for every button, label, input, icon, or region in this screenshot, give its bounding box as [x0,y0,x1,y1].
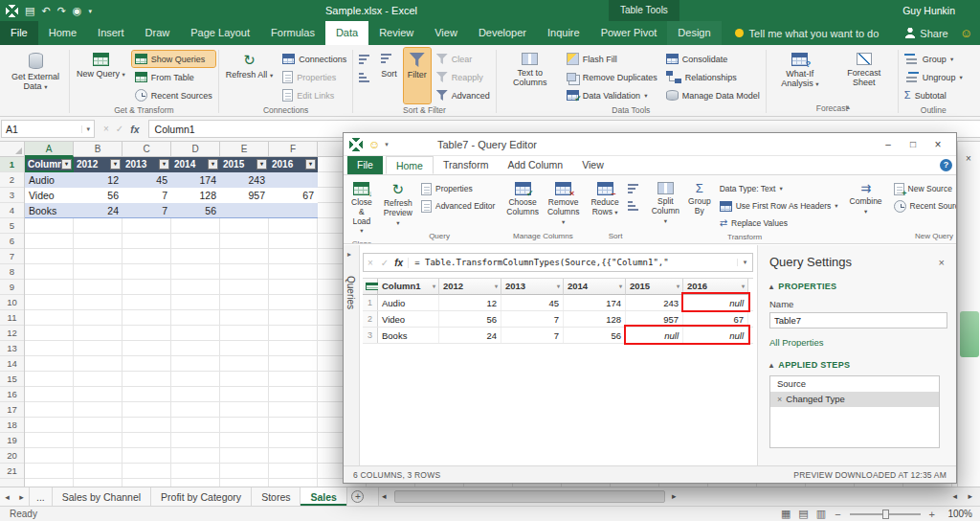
sheet-tab-sales[interactable]: Sales [301,487,346,506]
preview-cell[interactable]: 24 [439,328,501,343]
table-row[interactable]: Audio1245174243 [25,172,318,188]
table-cell[interactable]: 67 [269,188,318,203]
signed-in-user[interactable]: Guy Hunkin [902,5,955,16]
row-header[interactable]: 5 [0,218,24,234]
preview-header-cell[interactable]: 2014▾ [564,279,626,295]
filter-dropdown-icon[interactable]: ▾ [305,159,316,170]
show-queries-button[interactable]: Show Queries [132,51,215,67]
sheet-nav-left-icon[interactable]: ◂ [0,487,14,506]
table-cell[interactable]: 45 [122,172,171,188]
preview-header-cell[interactable]: Column1▾ [378,279,439,295]
tab-insert[interactable]: Insert [87,21,135,45]
properties-section-header[interactable]: ▴ PROPERTIES [769,282,945,291]
sort-z-to-a-button[interactable] [356,69,374,85]
preview-corner-cell[interactable] [363,279,378,295]
tab-review[interactable]: Review [368,21,424,45]
table-header-cell[interactable]: 2014▾ [171,157,220,172]
preview-grid[interactable]: Column1▾2012▾2013▾2014▾2015▾2016▾ 1Audio… [363,278,753,465]
redo-icon[interactable]: ↷ [57,6,66,16]
preview-cell[interactable]: 7 [501,311,564,327]
applied-step-source[interactable]: Source [770,376,939,392]
normal-view-icon[interactable]: ▦ [781,508,791,520]
table-header-cell[interactable]: 2013▾ [122,157,171,172]
filter-dropdown-icon[interactable]: ▾ [256,159,267,170]
filter-button[interactable]: Filter [404,48,431,103]
column-header[interactable]: C [122,142,171,157]
zoom-slider-thumb[interactable] [882,510,889,519]
get-external-data-button[interactable]: Get External Data ▾ [5,48,66,111]
page-layout-view-icon[interactable]: ▤ [798,508,808,520]
table-cell[interactable]: 12 [74,172,122,188]
table-cell[interactable]: 128 [171,188,220,203]
preview-cell[interactable]: 67 [683,311,748,327]
horizontal-scrollbar[interactable]: ◂ ▸ ◂ ▸ [378,487,980,506]
row-header[interactable]: 16 [0,387,24,402]
tell-me-box[interactable]: Tell me what you want to do [735,21,880,45]
close-and-load-button[interactable]: ↓ Close & Load ▾ [348,178,375,238]
preview-cell[interactable]: 56 [439,311,501,327]
close-pane-icon[interactable]: × [939,257,945,268]
tab-page-layout[interactable]: Page Layout [180,21,260,45]
preview-cell[interactable]: Books [378,328,439,343]
table-cell[interactable]: 56 [74,188,122,203]
tab-inquire[interactable]: Inquire [537,21,590,45]
applied-steps-section-header[interactable]: ▴ APPLIED STEPS [769,360,945,370]
forecast-sheet-button[interactable]: Forecast Sheet [834,48,895,102]
preview-header-cell[interactable]: 2016▾ [683,279,748,295]
table-cell[interactable]: 957 [220,188,269,203]
row-header[interactable]: 12 [0,326,24,341]
zoom-out-icon[interactable]: − [835,509,840,520]
table-cell[interactable]: 7 [122,188,171,203]
table-cell[interactable]: Books [25,203,74,217]
row-header[interactable]: 21 [0,464,24,479]
filter-dropdown-icon[interactable]: ▾ [433,279,435,294]
new-source-button[interactable]: + New Source ▾ [891,181,956,196]
preview-row[interactable]: 3Books24756nullnull [363,328,753,344]
pq-formula-text[interactable]: = Table.TransformColumnTypes(Source,{{"C… [409,258,737,267]
row-header[interactable]: 19 [0,433,24,448]
table-cell[interactable]: Audio [25,172,74,188]
row-header[interactable]: 3 [0,188,24,203]
preview-cell[interactable]: Video [378,311,439,327]
smiley-icon[interactable]: ☺ [368,138,380,151]
row-header[interactable]: 17 [0,402,24,418]
preview-cell[interactable]: Audio [378,295,439,310]
row-header[interactable]: 18 [0,418,24,433]
edit-links-button[interactable]: Edit Links [279,87,349,103]
manage-data-model-button[interactable]: Manage Data Model [663,87,763,103]
flash-fill-button[interactable]: Flash Fill [564,51,660,67]
pq-formula-bar[interactable]: × ✓ fx = Table.TransformColumnTypes(Sour… [363,253,753,272]
sort-a-to-z-button[interactable] [356,51,374,67]
scroll-left-icon[interactable]: ◂ [952,487,957,506]
pq-tab-transform[interactable]: Transform [434,156,498,174]
sheet-tab-overflow[interactable]: ... [29,487,53,506]
row-header[interactable]: 7 [0,249,24,264]
help-icon[interactable]: ? [940,159,952,171]
consolidate-button[interactable]: Consolidate [663,51,763,67]
chevron-down-icon[interactable]: ▾ [81,125,90,133]
column-header[interactable]: F [269,142,318,157]
pq-properties-button[interactable]: Properties [418,181,498,196]
preview-cell[interactable]: 174 [564,295,626,310]
column-header[interactable]: B [74,142,122,157]
sort-button[interactable]: Sort [377,48,401,103]
enter-icon[interactable]: ✓ [377,258,392,268]
expand-formula-icon[interactable]: ▾ [737,259,752,266]
column-header[interactable]: A [25,142,74,157]
reduce-rows-button[interactable]: – Reduce Rows ▾ [588,178,621,230]
refresh-all-button[interactable]: ↻ Refresh All ▾ [222,48,277,103]
table-cell[interactable]: 243 [220,172,269,188]
page-break-view-icon[interactable]: ▥ [816,508,826,520]
group-button[interactable]: Group ▾ [902,51,966,67]
tab-design[interactable]: Design [667,21,721,45]
preview-cell[interactable]: null [683,328,748,343]
minimize-icon[interactable]: – [876,134,901,155]
filter-dropdown-icon[interactable]: ▾ [742,279,745,294]
subtotal-button[interactable]: Σ Subtotal [902,87,966,103]
pq-recent-sources-button[interactable]: Recent Sources ▾ [891,198,956,214]
filter-dropdown-icon[interactable]: ▾ [495,279,498,294]
name-box[interactable]: A1 ▾ [1,120,95,138]
from-table-button[interactable]: From Table [132,69,215,85]
what-if-analysis-button[interactable]: ? What-If Analysis ▾ [769,48,831,102]
recent-sources-button[interactable]: Recent Sources [132,87,215,103]
